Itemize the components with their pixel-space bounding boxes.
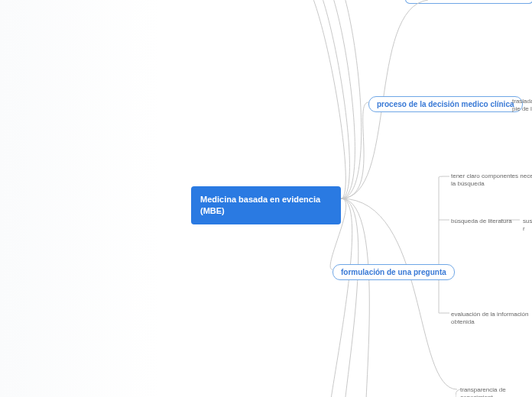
cutoff-node-top	[405, 0, 532, 4]
node-proceso-label: proceso de la decisión medico clínica	[377, 100, 514, 108]
leaf-transparencia: transparencia de conocimient	[460, 386, 532, 397]
leaf-tener-claro: tener claro componentes necesarios p la …	[451, 173, 532, 189]
node-proceso[interactable]: proceso de la decisión medico clínica	[368, 96, 523, 112]
root-node[interactable]: Medicina basada en evidencia (MBE)	[191, 186, 341, 224]
mindmap-canvas[interactable]: Medicina basada en evidencia (MBE) proce…	[0, 0, 532, 397]
leaf-evaluacion-info: evaluación de la información obtenida	[451, 311, 532, 327]
node-formulacion-label: formulación de una pregunta	[341, 268, 446, 276]
root-label: Medicina basada en evidencia (MBE)	[200, 195, 320, 215]
bracket-transparencia	[456, 389, 462, 397]
leaf-busqueda-side: sus r	[523, 218, 532, 234]
leaf-busqueda-literatura: búsqueda de literatura	[451, 218, 512, 225]
node-formulacion[interactable]: formulación de una pregunta	[332, 264, 455, 280]
leaf-proceso-traslada: traslada lo pie de la c	[512, 98, 532, 114]
